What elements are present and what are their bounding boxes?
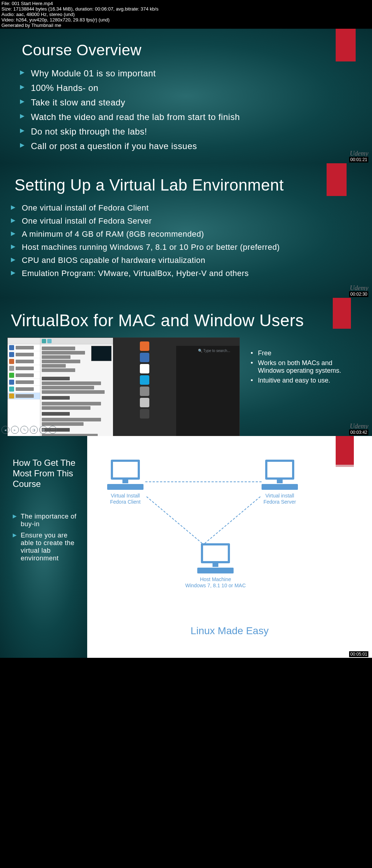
pc-server: Virtual installFedora Server [262,460,298,505]
slide-4: How To Get The Most From This Course The… [0,436,372,658]
pen-icon[interactable]: ✎ [20,426,28,434]
pc-client-label: Virtual InstallFedora Client [107,493,143,505]
side-item: Works on both MACs and Windows operating… [251,358,357,376]
red-accent [327,163,347,196]
watermark: Udemy [350,423,368,430]
virtualbox-screenshot: 🔍 Type to search... [7,337,240,436]
bullet-item: CPU and BIOS capable of hardware virtual… [11,254,357,267]
timestamp: 00:01:21 [349,157,368,163]
zoom-icon[interactable]: ⊕ [39,426,47,434]
meta-file: File: 001 Start Here.mp4 [1,1,371,6]
red-accent [336,29,356,61]
watermark: Udemy [350,150,368,157]
file-meta: File: 001 Start Here.mp4 Size: 17138844 … [0,0,372,29]
meta-audio: Audio: aac, 48000 Hz, stereo (und) [1,12,371,17]
left-bullets: The importance of buy-in Ensure you are … [13,511,80,564]
bullet-item: 100% Hands- on [20,81,357,95]
network-diagram: Virtual InstallFedora Client Virtual ins… [87,454,372,621]
bullet-item: Why Module 01 is so important [20,66,357,81]
timestamp: 00:03:42 [349,429,368,435]
play-icon[interactable]: ▸ [11,426,19,434]
bullet-item: A minimum of 4 GB of RAM (8GB recommende… [11,228,357,241]
back-icon[interactable]: ◂ [1,426,9,434]
red-accent [333,298,351,329]
meta-video: Video: h264, yuv420p, 1280x720, 29.83 fp… [1,17,371,23]
left-title: How To Get The Most From This Course [13,458,80,489]
player-controls: ◂ ▸ ✎ ◑ ⊕ ⋯ [1,426,57,434]
connector [146,496,202,544]
meta-gen: Generated by Thumbnail me [1,23,371,28]
bullet-item: Call or post a question if you have issu… [20,139,357,153]
bullet-list: Why Module 01 is so important 100% Hands… [0,66,372,153]
watermark: Udemy [350,284,368,292]
slide-3: VirtualBox for MAC and Window Users [0,298,372,436]
bullet-item: One virtual install of Fedora Client [11,201,357,215]
pc-host: Host MachineWindows 7, 8.1 10 or MAC [185,543,246,589]
slide-1: Course Overview Why Module 01 is so impo… [0,29,372,163]
side-bullets: Free Works on both MACs and Windows oper… [247,337,365,436]
slide-title: Course Overview [0,29,372,66]
slide-4-right: Virtual InstallFedora Client Virtual ins… [87,436,372,658]
bullet-item: The importance of buy-in [13,511,80,530]
bullet-item: Host machines running Windows 7, 8.1 or … [11,241,357,254]
timestamp: 00:02:30 [349,291,368,297]
bullet-item: Watch the video and read the lab from st… [20,110,357,124]
highlight-icon[interactable]: ◑ [30,426,38,434]
pc-server-label: Virtual installFedora Server [262,493,298,505]
slide-2: Setting Up a Virtual Lab Environment One… [0,163,372,298]
connector [145,481,262,482]
bullet-item: Emulation Program: VMware, VirtualBox, H… [11,267,357,280]
meta-size: Size: 17138844 bytes (16.34 MiB), durati… [1,6,371,12]
bullet-item: Take it slow and steady [20,95,357,110]
bullet-item: Do not skip through the labs! [20,124,357,139]
side-item: Free [251,348,357,358]
footer-caption: Linux Made Easy [87,625,372,637]
pc-client: Virtual InstallFedora Client [107,460,143,505]
timestamp: 00:05:01 [349,651,368,657]
slide-title: VirtualBox for MAC and Window Users [0,298,372,337]
side-item: Intuitive and easy to use. [251,376,357,385]
bullet-item: Ensure you are able to create the virtua… [13,530,80,564]
connector [205,496,260,544]
more-icon[interactable]: ⋯ [49,426,57,434]
slide-title: Setting Up a Virtual Lab Environment [0,163,372,201]
bullet-list: One virtual install of Fedora Client One… [0,201,372,280]
bullet-item: One virtual install of Fedora Server [11,215,357,228]
pc-host-label: Host MachineWindows 7, 8.1 10 or MAC [185,576,246,589]
slide-4-left: How To Get The Most From This Course The… [0,436,87,658]
